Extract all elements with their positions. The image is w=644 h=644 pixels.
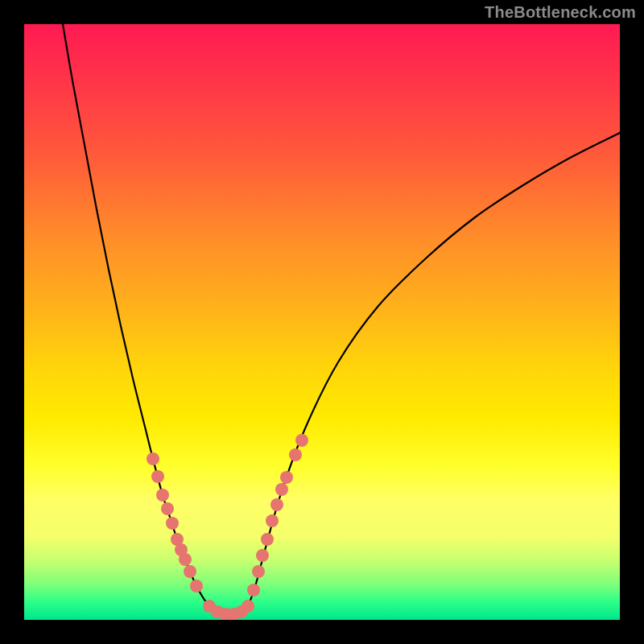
data-marker [270,498,283,511]
data-marker [184,565,196,578]
data-marker [166,517,179,530]
data-marker [156,489,169,502]
data-marker [280,471,293,484]
watermark-text: TheBottleneck.com [485,3,636,22]
data-marker [252,565,265,578]
plot-area [24,24,620,620]
data-marker [190,580,203,592]
curve-layer [24,24,620,620]
curve-left-branch [63,24,209,607]
data-marker [289,448,302,461]
data-marker [295,434,308,447]
data-marker [256,549,269,562]
data-marker [179,553,192,566]
data-marker [151,470,164,483]
data-marker [261,533,274,546]
data-marker [147,452,159,465]
chart-stage: TheBottleneck.com [0,0,644,644]
data-marker [275,483,288,496]
data-marker [247,584,260,597]
marker-group [147,434,308,620]
data-marker [242,600,254,613]
data-marker [161,502,174,515]
curve-right-branch [248,133,620,607]
data-marker [266,514,279,527]
